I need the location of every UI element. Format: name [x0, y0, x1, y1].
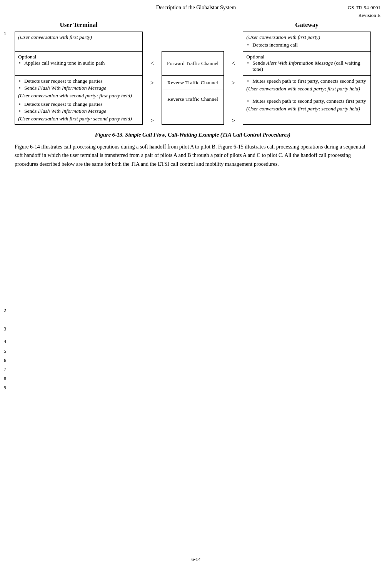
arrow-col-3: > > — [142, 76, 162, 125]
user-row3-sends: Sends — [24, 85, 38, 91]
page-number: 6-14 — [192, 556, 201, 562]
page-footer: 6-14 — [0, 556, 392, 562]
gateway-row2-italic: Alert With Information Message — [266, 60, 333, 66]
user-row3-item2: Sends Flash With Information Message — [18, 85, 139, 91]
gateway-row4-list: Mutes speech path to second party, conne… — [246, 98, 367, 104]
gateway-row1-conv: (User conversation with first party) — [246, 34, 367, 40]
arrow-right-3a: > — [143, 80, 162, 87]
line-number-5: 5 — [4, 349, 6, 354]
gateway-row3-list: Mutes speech path to first party, connec… — [246, 78, 367, 84]
user-row3-list: Detects user request to change parties S… — [18, 78, 139, 91]
user-row1-text: (User conversation with first party) — [18, 34, 92, 40]
line-number-8: 8 — [4, 376, 6, 382]
gateway-row3-item1: Mutes speech path to first party, connec… — [246, 78, 367, 84]
gateway-row2: Optional Sends Alert With Information Me… — [243, 52, 371, 76]
user-row2-text: Applies call waiting tone in audio path — [24, 60, 105, 66]
figure-caption: Figure 6-13. Simple Call Flow, Call-Wait… — [15, 132, 371, 138]
user-row3-conv: (User conversation with second party; fi… — [18, 93, 139, 99]
line-number-6: 6 — [4, 358, 6, 364]
user-row3b-sends: Sends — [24, 108, 38, 114]
user-optional-label: Optional — [18, 54, 36, 60]
header-spacer1 — [142, 19, 162, 32]
channel-forward: Forward Traffic Channel — [162, 52, 224, 76]
user-row3: Detects user request to change parties S… — [15, 76, 143, 125]
gateway-row3-conv: (User conversation with second party; fi… — [246, 86, 367, 92]
doc-revision: Revision E — [348, 12, 380, 19]
figure-caption-area: Figure 6-13. Simple Call Flow, Call-Wait… — [15, 132, 371, 138]
table-row-2: Optional Applies call waiting tone in au… — [15, 52, 371, 76]
gateway-row4-conv: (User conversation with first party; sec… — [246, 106, 367, 112]
line-number-1: 1 — [4, 31, 6, 37]
arrow-right-4a: > — [224, 80, 243, 87]
arrow-left-2: < — [224, 52, 243, 76]
line-number-7: 7 — [4, 367, 6, 372]
user-row3-list2: Detects user request to change parties S… — [18, 101, 139, 114]
table-row-3: Detects user request to change parties S… — [15, 76, 371, 125]
gateway-header: Gateway — [243, 19, 371, 32]
user-row3b-item2: Sends Flash With Information Message — [18, 108, 139, 114]
arrow-spacer1 — [142, 32, 162, 52]
line-number-3: 3 — [4, 326, 6, 332]
body-paragraph-1: Figure 6-14 illustrates call processing … — [15, 143, 371, 169]
arrow-spacer2 — [224, 32, 243, 52]
line-number-4: 4 — [4, 339, 6, 344]
gateway-row2-item1: Sends Alert With Information Message (ca… — [246, 60, 367, 72]
user-row2: Optional Applies call waiting tone in au… — [15, 52, 143, 76]
arrow-col-3b: > > — [224, 76, 243, 125]
header-spacer3 — [224, 19, 243, 32]
user-row3-item1: Detects user request to change parties — [18, 78, 139, 84]
gateway-optional-label: Optional — [246, 54, 264, 60]
channel-forward-label: Forward Traffic Channel — [167, 60, 219, 66]
line-number-9: 9 — [4, 385, 6, 391]
page-header: Description of the Globalstar System — [0, 0, 392, 12]
user-row3b-conv: (User conversation with first party; sec… — [18, 116, 139, 122]
channel-reverse2-label: Reverse Traffic Channel — [163, 96, 223, 102]
gateway-row1-item1: Detects incoming call — [246, 42, 367, 48]
gateway-row2-sends: Sends — [252, 60, 266, 66]
gateway-row1-list: Detects incoming call — [246, 42, 367, 48]
channel-reverse1-label: Reverse Traffic Channel — [163, 80, 223, 90]
channel-spacer1 — [162, 32, 224, 52]
user-row1: (User conversation with first party) — [15, 32, 143, 52]
doc-number: GS-TR-94-0001 — [348, 4, 380, 12]
arrow-right-4b: > — [224, 117, 243, 124]
doc-title: Description of the Globalstar System — [156, 5, 236, 10]
header-spacer2 — [162, 19, 224, 32]
doc-info: GS-TR-94-0001 Revision E — [348, 4, 380, 19]
gateway-row3: Mutes speech path to first party, connec… — [243, 76, 371, 125]
user-row2-list: Applies call waiting tone in audio path — [18, 60, 139, 66]
table-row-1: (User conversation with first party) (Us… — [15, 32, 371, 52]
arrow-right-3b: > — [143, 117, 162, 124]
body-text-area: 5 6 7 8 9 Figure 6-14 illustrates call p… — [15, 143, 371, 169]
arrow-left-1: < — [142, 52, 162, 76]
gateway-row2-list: Sends Alert With Information Message (ca… — [246, 60, 367, 72]
gateway-row1: (User conversation with first party) Det… — [243, 32, 371, 52]
user-row3b-italic: Flash With Information Message — [38, 108, 106, 114]
channel-col-3: Reverse Traffic Channel Reverse Traffic … — [162, 76, 224, 125]
line-number-2: 2 — [4, 308, 6, 314]
user-terminal-header: User Terminal — [15, 19, 143, 32]
gateway-row4-item1: Mutes speech path to second party, conne… — [246, 98, 367, 104]
user-row3b-item1: Detects user request to change parties — [18, 101, 139, 107]
call-flow-table: User Terminal Gateway (User conversation… — [15, 19, 371, 125]
user-row2-item1: Applies call waiting tone in audio path — [18, 60, 139, 66]
user-row3-italic: Flash With Information Message — [38, 85, 106, 91]
